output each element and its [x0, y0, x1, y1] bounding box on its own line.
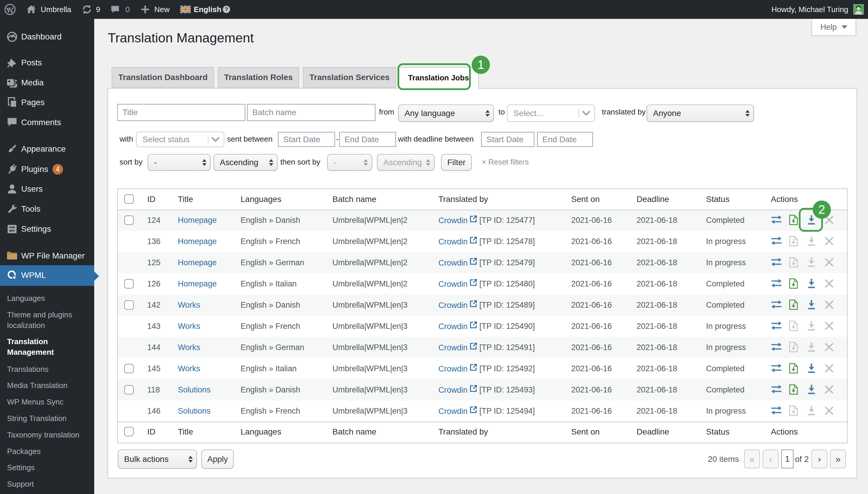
svg-text:?: ? [225, 6, 228, 12]
